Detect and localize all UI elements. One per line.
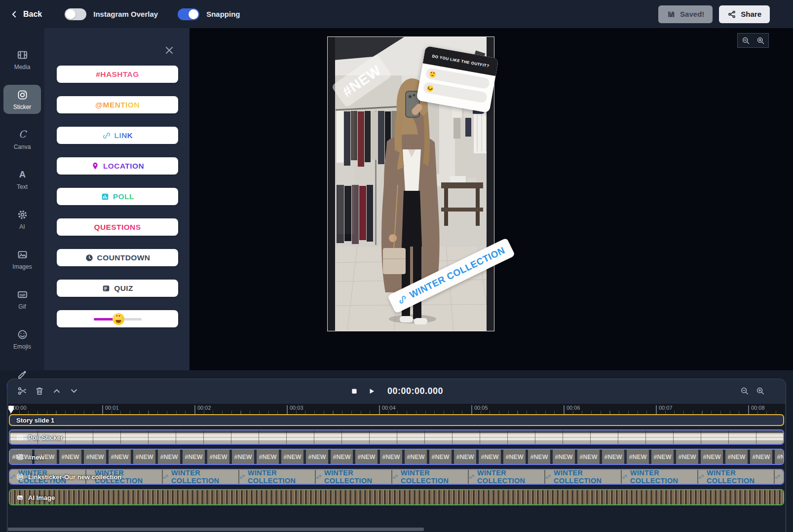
countdown-sticker-button[interactable]: COUNTDOWN — [57, 249, 178, 266]
sidebar-item-emojis[interactable]: Emojis — [3, 324, 41, 354]
horizontal-scrollbar[interactable] — [8, 528, 424, 531]
canvas-zoom-controls — [737, 33, 769, 48]
sidebar-item-canva[interactable]: CCanva — [3, 125, 41, 154]
questions-sticker-button[interactable]: QUESTIONS — [57, 218, 178, 236]
ruler-label: 00:00 — [13, 405, 27, 411]
emoji-slider-sticker-button[interactable] — [57, 310, 178, 327]
back-button[interactable]: Back — [10, 10, 42, 19]
link-icon — [102, 131, 111, 140]
sidebar-item-label: Text — [17, 183, 28, 190]
trash-icon[interactable] — [35, 386, 44, 396]
link-icon — [396, 293, 409, 306]
track-tiles: WINTER COLLECTIONWINTER COLLECTIONWINTER… — [10, 470, 783, 484]
poll-button-label: POLL — [113, 192, 134, 201]
zoom-out-icon[interactable] — [742, 36, 750, 45]
ruler-major-tick — [379, 405, 380, 414]
hashtag-sticker-button[interactable]: #HASHTAG — [57, 66, 178, 83]
instagram-overlay-label: Instagram Overlay — [93, 10, 158, 18]
sidebar-item-label: Emojis — [13, 343, 31, 350]
new-hashtag-tile: #NEW — [331, 450, 353, 464]
link-icon — [163, 473, 169, 480]
snapping-toggle[interactable] — [178, 8, 199, 20]
saved-button[interactable]: Saved! — [658, 5, 713, 23]
ruler-label: 00:01 — [105, 405, 119, 411]
ruler-major-tick — [564, 405, 565, 414]
track-tiles — [10, 415, 783, 425]
link-icon — [622, 473, 628, 480]
track-tiles: #NEW#NEW#NEW#NEW#NEW#NEW#NEW#NEW#NEW#NEW… — [10, 450, 783, 464]
link-icon — [102, 131, 111, 140]
smile-emoji — [426, 84, 434, 92]
instagram-overlay-toggle[interactable] — [65, 8, 86, 20]
link-icon — [698, 473, 704, 480]
questions-button-label: QUESTIONS — [94, 223, 141, 232]
time-display: 00:00:00.000 — [387, 386, 443, 396]
share-label: Share — [741, 10, 761, 18]
sidebar-item-sticker[interactable]: Sticker — [3, 85, 41, 114]
link-sticker-tile: WINTER COLLECTION — [545, 470, 622, 484]
close-panel-button[interactable] — [164, 45, 175, 56]
mention-sticker-button[interactable]: @MENTION — [57, 96, 178, 113]
track-new-hashtag[interactable]: #NEW#NEW#NEW#NEW#NEW#NEW#NEW#NEW#NEW#NEW… — [9, 449, 784, 465]
timeline-toolbar: 00:00:00.000 — [7, 379, 786, 403]
emoji-slider[interactable] — [94, 313, 142, 325]
poll-sticker-button[interactable]: POLL — [57, 188, 178, 205]
new-hashtag-tile: #NEW — [775, 450, 784, 464]
link-icon — [469, 473, 475, 480]
play-icon[interactable] — [367, 387, 376, 395]
share-button[interactable]: Share — [719, 5, 770, 23]
track-label: Story slide 1 — [16, 417, 54, 424]
toggle-knob — [66, 9, 76, 19]
new-hashtag-tile: #NEW — [306, 450, 328, 464]
cut-icon[interactable] — [17, 386, 27, 396]
location-sticker-button[interactable]: LOCATION — [57, 157, 178, 175]
track-link-sticker[interactable]: WINTER COLLECTIONWINTER COLLECTIONWINTER… — [9, 469, 784, 485]
instagram-icon — [16, 433, 24, 441]
link-icon — [239, 473, 245, 480]
zoom-in-icon[interactable] — [756, 36, 765, 45]
timeline-zoom-out-icon[interactable] — [740, 387, 749, 395]
link-icon — [316, 473, 322, 480]
move-layer-down-icon[interactable] — [69, 386, 79, 396]
quiz-sticker-button[interactable]: QUIZ — [57, 280, 178, 297]
new-hashtag-tile: #NEW — [109, 450, 131, 464]
track-poll-sticker[interactable]: Poll Sticker — [9, 429, 784, 445]
instagram-icon — [17, 89, 28, 101]
new-hashtag-tile: #NEW — [602, 450, 624, 464]
track-tiles — [10, 430, 783, 444]
ruler-label: 00:06 — [566, 405, 580, 411]
track-story[interactable]: Story slide 1 — [9, 414, 784, 426]
link-sticker-tile: WINTER COLLECTION — [622, 470, 698, 484]
toggle-knob — [189, 9, 198, 19]
timeline-zoom-in-icon[interactable] — [756, 387, 765, 395]
new-hashtag-tile: #NEW — [133, 450, 155, 464]
move-layer-up-icon[interactable] — [52, 386, 62, 396]
sidebar-item-label: Gif — [18, 303, 26, 310]
pin-icon — [91, 162, 100, 171]
sidebar-item-gif[interactable]: GIFGif — [3, 284, 41, 314]
ruler-major-tick — [287, 405, 288, 414]
svg-text:GIF: GIF — [19, 293, 26, 297]
heart-eyes-emoji-thumb[interactable] — [113, 313, 124, 325]
sidebar-item-ai[interactable]: AI — [3, 205, 41, 234]
countdown-button-label: COUNTDOWN — [97, 253, 151, 262]
editor-canvas[interactable]: #NEW DO YOU LIKE THE OUTFIT? WINTER COLL… — [189, 28, 793, 370]
images-icon — [17, 249, 28, 260]
share-icon — [727, 10, 736, 19]
stop-icon[interactable] — [350, 387, 358, 395]
sidebar-item-media[interactable]: Media — [3, 45, 41, 74]
sidebar-item-text[interactable]: AText — [3, 165, 41, 194]
link-sticker-tile: WINTER COLLECTION — [775, 470, 784, 484]
link-sticker-button[interactable]: LINK — [57, 127, 178, 144]
poll-icon — [101, 192, 110, 201]
left-sidebar: MediaStickerCCanvaATextAIImagesGIFGifEmo… — [0, 28, 44, 370]
track-ai-image[interactable]: AI Image — [9, 489, 784, 505]
sticker-button-list: #HASHTAG@MENTIONLINKLOCATIONPOLLQUESTION… — [57, 66, 178, 341]
new-hashtag-tile: #NEW — [59, 450, 81, 464]
sidebar-item-images[interactable]: Images — [3, 245, 41, 274]
hashtag-button-label: #HASHTAG — [96, 70, 139, 79]
new-hashtag-tile: #NEW — [577, 450, 600, 464]
image-icon — [16, 494, 24, 501]
sidebar-item-label: Canva — [14, 143, 31, 150]
timeline-ruler[interactable]: 00:0000:0100:0200:0300:0400:0500:0600:07… — [9, 404, 785, 414]
